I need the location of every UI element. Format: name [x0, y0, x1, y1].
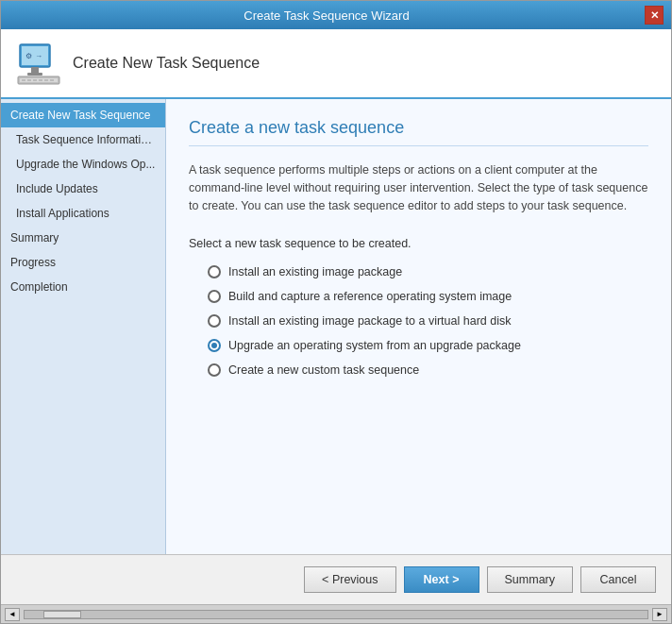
previous-button[interactable]: < Previous [304, 566, 395, 593]
radio-item-opt2[interactable]: Build and capture a reference operating … [208, 290, 648, 303]
scroll-right-button[interactable]: ► [652, 608, 667, 621]
sidebar-item-create-new[interactable]: Create New Task Sequence [1, 103, 165, 127]
svg-text:⚙: ⚙ [25, 52, 32, 60]
select-label: Select a new task sequence to be created… [189, 237, 648, 250]
radio-label-opt1: Install an existing image package [228, 265, 402, 278]
sidebar-item-ts-info[interactable]: Task Sequence Informatio... [1, 127, 165, 152]
title-bar: Create Task Sequence Wizard ✕ [1, 1, 671, 29]
svg-rect-9 [39, 79, 42, 81]
svg-text:→: → [35, 52, 42, 60]
content-title: Create a new task sequence [189, 118, 648, 146]
radio-circle-opt4 [208, 339, 221, 352]
radio-item-opt3[interactable]: Install an existing image package to a v… [208, 314, 648, 328]
radio-circle-opt3 [208, 314, 221, 328]
window-title: Create Task Sequence Wizard [8, 8, 645, 23]
radio-label-opt2: Build and capture a reference operating … [228, 290, 512, 303]
svg-rect-11 [50, 79, 54, 81]
radio-item-opt5[interactable]: Create a new custom task sequence [208, 363, 648, 377]
sidebar-item-progress[interactable]: Progress [1, 250, 165, 275]
scroll-thumb[interactable] [43, 611, 81, 618]
cancel-button[interactable]: Cancel [580, 566, 656, 593]
summary-button[interactable]: Summary [487, 566, 573, 593]
close-button[interactable]: ✕ [645, 6, 664, 25]
radio-circle-opt1 [208, 265, 221, 278]
radio-group: Install an existing image packageBuild a… [189, 265, 648, 377]
sidebar-item-completion[interactable]: Completion [1, 275, 165, 299]
header-title: Create New Task Sequence [73, 55, 260, 72]
svg-rect-6 [22, 79, 25, 81]
radio-label-opt5: Create a new custom task sequence [228, 363, 419, 377]
radio-label-opt4: Upgrade an operating system from an upgr… [228, 339, 521, 352]
radio-circle-opt2 [208, 290, 221, 303]
radio-item-opt4[interactable]: Upgrade an operating system from an upgr… [208, 339, 648, 352]
scroll-track[interactable] [24, 610, 648, 619]
computer-icon: ⚙ → [16, 41, 61, 86]
content-area: Create a new task sequence A task sequen… [166, 99, 671, 554]
sidebar: Create New Task SequenceTask Sequence In… [1, 99, 166, 554]
wizard-header: ⚙ → Create New Task Sequence [1, 29, 671, 99]
svg-rect-7 [27, 79, 31, 81]
main-content: Create New Task SequenceTask Sequence In… [1, 99, 671, 554]
horizontal-scrollbar: ◄ ► [1, 604, 671, 623]
next-button[interactable]: Next > [404, 566, 479, 593]
svg-rect-2 [31, 67, 39, 73]
footer: < Previous Next > Summary Cancel [1, 554, 671, 604]
radio-circle-opt5 [208, 363, 221, 377]
svg-rect-10 [44, 79, 48, 81]
sidebar-item-install-apps[interactable]: Install Applications [1, 201, 165, 226]
radio-label-opt3: Install an existing image package to a v… [228, 314, 511, 328]
wizard-window: Create Task Sequence Wizard ✕ [0, 0, 672, 624]
svg-rect-8 [33, 79, 37, 81]
sidebar-item-summary[interactable]: Summary [1, 226, 165, 250]
sidebar-item-upgrade-windows[interactable]: Upgrade the Windows Op... [1, 152, 165, 177]
sidebar-item-include-updates[interactable]: Include Updates [1, 177, 165, 201]
scroll-left-button[interactable]: ◄ [5, 608, 20, 621]
content-description: A task sequence performs multiple steps … [189, 161, 648, 214]
radio-item-opt1[interactable]: Install an existing image package [208, 265, 648, 278]
svg-rect-3 [27, 73, 42, 76]
